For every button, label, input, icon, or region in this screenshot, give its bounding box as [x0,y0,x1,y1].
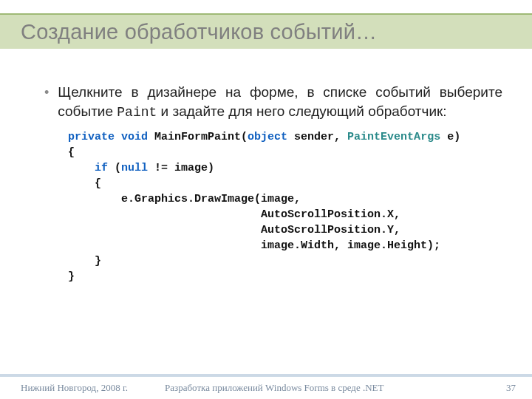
bullet-item: • Щелкните в дизайнере на форме, в списк… [44,83,502,122]
bullet-text-suffix: и задайте для него следующий обработчик: [157,103,446,119]
code-l7: AutoScrollPosition.Y, [68,224,400,236]
slide-body: • Щелкните в дизайнере на форме, в списк… [44,83,502,284]
code-l6: AutoScrollPosition.X, [68,208,400,221]
code-l3a [68,162,95,174]
footer-center: Разработка приложений Windows Forms в ср… [128,382,506,394]
code-after-args: e) [440,131,460,143]
footer-page-number: 37 [506,382,516,394]
code-block: private void MainFormPaint(object sender… [68,129,502,284]
code-l4: { [68,177,101,190]
bullet-mono-word: Paint [117,105,157,120]
code-class-args: PaintEventArgs [347,131,440,143]
code-kw-void: void [121,131,148,143]
code-l3c: != image) [148,162,214,174]
code-kw-null: null [121,162,148,174]
slide-title: Создание обработчиков событий… [21,20,377,44]
footer: Нижний Новгород, 2008 г. Разработка прил… [0,377,532,399]
code-kw-if: if [95,162,108,174]
code-l8: image.Width, image.Height); [68,239,440,252]
code-l9: } [68,255,101,267]
code-l5: e.Graphics.DrawImage(image, [68,193,301,205]
title-band: Создание обработчиков событий… [0,13,532,49]
code-kw-private: private [68,131,115,143]
code-method: MainFormPaint( [148,131,248,143]
code-l2: { [68,146,75,159]
slide: Создание обработчиков событий… • Щелкнит… [0,0,532,399]
bullet-marker: • [44,83,49,122]
code-sender: sender, [287,131,347,143]
code-kw-object: object [248,131,287,143]
code-l10: } [68,270,75,283]
footer-left: Нижний Новгород, 2008 г. [21,382,128,394]
bullet-text: Щелкните в дизайнере на форме, в списке … [58,83,502,122]
code-l3b: ( [108,162,121,174]
